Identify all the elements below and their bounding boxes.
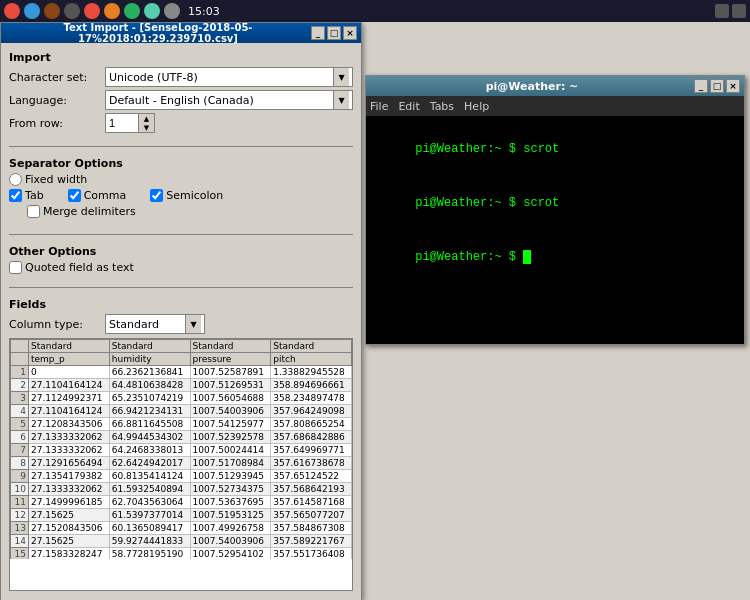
table-cell: 1007.50024414 bbox=[190, 444, 271, 457]
table-cell: 27.1583328247 bbox=[29, 548, 110, 560]
table-row: 1527.158332824758.77281951901007.5295410… bbox=[11, 548, 352, 560]
taskbar-icon-9[interactable] bbox=[164, 3, 180, 19]
terminal-titlebar: pi@Weather: ~ _ □ × bbox=[366, 76, 744, 96]
comma-checkbox[interactable] bbox=[68, 189, 81, 202]
table-cell: 1007.56054688 bbox=[190, 392, 271, 405]
taskbar-icon-5[interactable] bbox=[84, 3, 100, 19]
taskbar-icon-8[interactable] bbox=[144, 3, 160, 19]
row-number: 2 bbox=[11, 379, 29, 392]
terminal-minimize-button[interactable]: _ bbox=[694, 79, 708, 93]
column-type-combo[interactable]: Standard ▼ bbox=[105, 314, 205, 334]
table-cell: 357.808665254 bbox=[271, 418, 352, 431]
merge-checkbox[interactable] bbox=[27, 205, 40, 218]
table-cell: 27.1104164124 bbox=[29, 405, 110, 418]
tab-checkbox[interactable] bbox=[9, 189, 22, 202]
terminal-cursor bbox=[523, 250, 531, 264]
charset-combo[interactable]: Unicode (UTF-8) ▼ bbox=[105, 67, 353, 87]
table-row: 1227.1562561.53973770141007.51953125357.… bbox=[11, 509, 352, 522]
table-cell: 357.565077207 bbox=[271, 509, 352, 522]
table-cell: 1007.51953125 bbox=[190, 509, 271, 522]
language-combo[interactable]: Default - English (Canada) ▼ bbox=[105, 90, 353, 110]
spinbox-down[interactable]: ▼ bbox=[139, 123, 154, 132]
table-cell: 357.686842886 bbox=[271, 431, 352, 444]
table-row: 327.112499237165.23510742191007.56054688… bbox=[11, 392, 352, 405]
terminal-menu-edit[interactable]: Edit bbox=[398, 100, 419, 113]
table-cell: 64.9944534302 bbox=[109, 431, 190, 444]
terminal-title: pi@Weather: ~ bbox=[370, 80, 694, 93]
terminal-window: pi@Weather: ~ _ □ × File Edit Tabs Help … bbox=[365, 75, 745, 345]
semicolon-checkbox[interactable] bbox=[150, 189, 163, 202]
table-cell: 357.589221767 bbox=[271, 535, 352, 548]
column-type-arrow[interactable]: ▼ bbox=[185, 315, 201, 333]
spinbox-up[interactable]: ▲ bbox=[139, 114, 154, 123]
charset-arrow[interactable]: ▼ bbox=[333, 68, 349, 86]
table-cell: 1007.54125977 bbox=[190, 418, 271, 431]
table-cell: 66.2362136841 bbox=[109, 366, 190, 379]
table-cell: 27.1520843506 bbox=[29, 522, 110, 535]
table-row: 827.129165649462.64249420171007.51708984… bbox=[11, 457, 352, 470]
taskbar-icon-7[interactable] bbox=[124, 3, 140, 19]
table-cell: 357.568642193 bbox=[271, 483, 352, 496]
taskbar: 15:03 bbox=[0, 0, 750, 22]
terminal-menu-file[interactable]: File bbox=[370, 100, 388, 113]
taskbar-icon-2[interactable] bbox=[24, 3, 40, 19]
other-options-label: Other Options bbox=[9, 245, 353, 258]
row-number: 9 bbox=[11, 470, 29, 483]
other-options-section: Other Options Quoted field as text bbox=[9, 245, 353, 277]
table-cell: 1007.52392578 bbox=[190, 431, 271, 444]
terminal-maximize-button[interactable]: □ bbox=[710, 79, 724, 93]
taskbar-icon-6[interactable] bbox=[104, 3, 120, 19]
header-type-4: Standard bbox=[271, 340, 352, 353]
table-scroll-area[interactable]: Standard Standard Standard Standard temp… bbox=[10, 339, 352, 559]
table-cell: 64.4810638428 bbox=[109, 379, 190, 392]
taskbar-icon-4[interactable] bbox=[64, 3, 80, 19]
header-rownum bbox=[11, 340, 29, 353]
row-number: 11 bbox=[11, 496, 29, 509]
table-cell: 1007.52734375 bbox=[190, 483, 271, 496]
row-number: 5 bbox=[11, 418, 29, 431]
table-row: 1327.152084350660.13650894171007.4992675… bbox=[11, 522, 352, 535]
terminal-prompt-1: pi@Weather:~ $ scrot bbox=[415, 142, 559, 156]
data-table-container: Standard Standard Standard Standard temp… bbox=[9, 338, 353, 591]
minimize-button[interactable]: _ bbox=[311, 26, 325, 40]
fromrow-input[interactable] bbox=[106, 117, 138, 129]
tab-label: Tab bbox=[25, 189, 44, 202]
header-col-temp: temp_p bbox=[29, 353, 110, 366]
table-cell: 27.1499996185 bbox=[29, 496, 110, 509]
taskbar-icon-1[interactable] bbox=[4, 3, 20, 19]
table-cell: 27.1333332062 bbox=[29, 483, 110, 496]
spinbox-arrows: ▲ ▼ bbox=[138, 114, 154, 132]
table-cell: 1007.49926758 bbox=[190, 522, 271, 535]
fixed-width-label: Fixed width bbox=[25, 173, 87, 186]
data-table: Standard Standard Standard Standard temp… bbox=[10, 339, 352, 559]
table-cell: 62.6424942017 bbox=[109, 457, 190, 470]
import-section-label: Import bbox=[9, 51, 353, 64]
table-cell: 1007.51708984 bbox=[190, 457, 271, 470]
import-section: Import Character set: Unicode (UTF-8) ▼ … bbox=[9, 51, 353, 136]
table-row: 927.135417938260.81354141241007.51293945… bbox=[11, 470, 352, 483]
merge-item: Merge delimiters bbox=[27, 205, 136, 218]
quoted-field-label: Quoted field as text bbox=[25, 261, 134, 274]
table-cell: 1007.54003906 bbox=[190, 405, 271, 418]
terminal-menu-tabs[interactable]: Tabs bbox=[430, 100, 454, 113]
fixed-width-radio[interactable] bbox=[9, 173, 22, 186]
divider-1 bbox=[9, 146, 353, 147]
language-arrow[interactable]: ▼ bbox=[333, 91, 349, 109]
table-header: Standard Standard Standard Standard temp… bbox=[11, 340, 352, 366]
table-cell: 27.1333332062 bbox=[29, 431, 110, 444]
table-cell: 1007.52587891 bbox=[190, 366, 271, 379]
terminal-close-button[interactable]: × bbox=[726, 79, 740, 93]
quoted-field-checkbox[interactable] bbox=[9, 261, 22, 274]
table-row: 1066.23621368411007.525878911.3388294552… bbox=[11, 366, 352, 379]
header-col-humidity: humidity bbox=[109, 353, 190, 366]
taskbar-icon-3[interactable] bbox=[44, 3, 60, 19]
table-cell: 357.614587168 bbox=[271, 496, 352, 509]
charset-value: Unicode (UTF-8) bbox=[109, 71, 333, 84]
terminal-menu-help[interactable]: Help bbox=[464, 100, 489, 113]
table-cell: 60.1365089417 bbox=[109, 522, 190, 535]
maximize-button[interactable]: □ bbox=[327, 26, 341, 40]
comma-label: Comma bbox=[84, 189, 127, 202]
close-button[interactable]: × bbox=[343, 26, 357, 40]
fromrow-spinbox[interactable]: ▲ ▼ bbox=[105, 113, 155, 133]
table-cell: 27.15625 bbox=[29, 509, 110, 522]
